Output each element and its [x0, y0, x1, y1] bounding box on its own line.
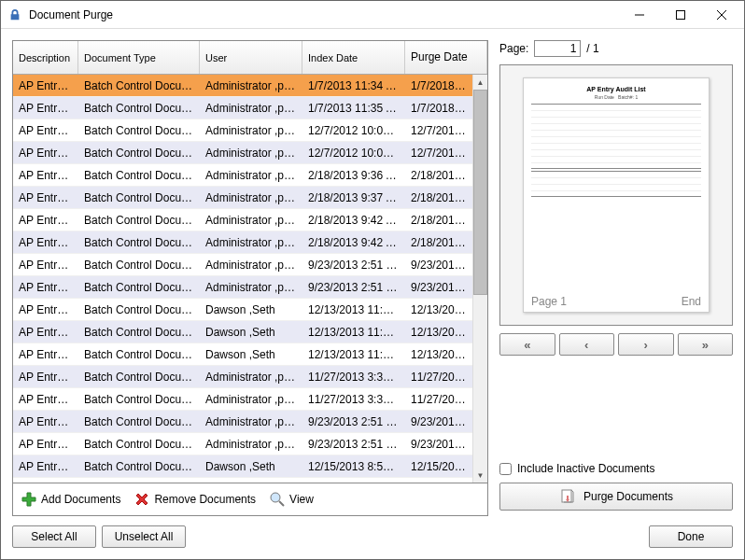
include-inactive-label: Include Inactive Documents [517, 462, 654, 475]
table-cell: Batch Control Document [78, 124, 200, 137]
select-all-button[interactable]: Select All [12, 525, 96, 548]
table-row[interactable]: AP Entry -...Batch Control DocumentAdmin… [13, 254, 472, 276]
table-row[interactable]: AP Entry -...Batch Control DocumentAdmin… [13, 97, 472, 119]
column-purge-date[interactable]: Purge Date [405, 41, 487, 74]
table-cell: 12/7/2017... [405, 147, 472, 160]
scroll-down-icon[interactable]: ▼ [473, 468, 487, 483]
column-index-date[interactable]: Index Date [302, 41, 405, 74]
table-row[interactable]: AP Entry -...Batch Control DocumentAdmin… [13, 142, 472, 164]
include-inactive-checkbox[interactable] [499, 463, 512, 475]
svg-line-5 [279, 501, 284, 506]
table-cell: 12/13/201... [405, 303, 472, 316]
table-cell: 12/15/2013 8:57 PM [302, 460, 405, 473]
table-cell: 9/23/2018... [405, 281, 472, 294]
view-button[interactable]: View [265, 489, 317, 510]
page-input[interactable] [534, 40, 581, 57]
table-cell: 12/13/2013 11:42 AM [302, 326, 405, 339]
table-cell: Batch Control Document [78, 460, 200, 473]
prev-page-button[interactable]: ‹ [559, 333, 615, 356]
vertical-scrollbar[interactable]: ▲ ▼ [472, 75, 487, 483]
table-row[interactable]: AP Entry -...Batch Control DocumentAdmin… [13, 75, 472, 97]
scroll-track[interactable] [473, 295, 487, 468]
titlebar: Document Purge [1, 1, 744, 29]
table-cell: 12/13/201... [405, 348, 472, 361]
window-title: Document Purge [29, 8, 619, 21]
next-page-button[interactable]: › [618, 333, 674, 356]
column-description[interactable]: Description [13, 41, 78, 74]
page-total: / 1 [586, 42, 598, 55]
table-row[interactable]: AP Entry -...Batch Control DocumentAdmin… [13, 388, 472, 411]
table-row[interactable]: AP Entry -...Batch Control DocumentAdmin… [13, 209, 472, 231]
maximize-button[interactable] [660, 2, 701, 28]
table-row[interactable]: AP Entry -...Batch Control DocumentAdmin… [13, 119, 472, 142]
page-label: Page: [499, 42, 528, 55]
close-button[interactable] [701, 2, 742, 28]
unselect-all-button[interactable]: Unselect All [102, 525, 186, 548]
table-cell: 1/7/2013 11:34 AM [302, 79, 405, 92]
minimize-button[interactable] [619, 2, 660, 28]
purge-documents-label: Purge Documents [583, 490, 673, 503]
table-row[interactable]: AP Entry -...Batch Control DocumentDawso… [13, 299, 472, 321]
table-cell: Administrator ,pVault [200, 124, 302, 137]
table-cell: Administrator ,pVault [200, 281, 302, 294]
first-page-button[interactable]: « [499, 333, 555, 356]
scroll-up-icon[interactable]: ▲ [473, 75, 487, 90]
table-cell: 9/23/2018... [405, 259, 472, 272]
remove-documents-button[interactable]: Remove Documents [130, 489, 260, 510]
last-page-button[interactable]: » [678, 333, 734, 356]
table-cell: Batch Control Document [78, 348, 200, 361]
table-cell: 11/27/201... [405, 371, 472, 384]
table-cell: 2/18/2013 9:42 AM [302, 236, 405, 249]
table-row[interactable]: AP Entry -...Batch Control DocumentAdmin… [13, 433, 472, 455]
table-row[interactable]: AP Entry -...Batch Control DocumentAdmin… [13, 411, 472, 433]
table-cell: AP Entry -... [13, 326, 78, 339]
content-area: Description Document Type User Index Dat… [1, 29, 744, 559]
table-row[interactable]: AP Entry -...Batch Control DocumentAdmin… [13, 231, 472, 254]
table-cell: 12/7/2017... [405, 124, 472, 137]
table-toolbar: Add Documents Remove Documents View [12, 483, 488, 516]
svg-point-4 [271, 493, 280, 502]
table-cell: AP Entry -... [13, 79, 78, 92]
add-documents-label: Add Documents [41, 493, 120, 506]
table-row[interactable]: AP Entry -...Batch Control DocumentDawso… [13, 455, 472, 478]
table-cell: AP Entry -... [13, 348, 78, 361]
add-documents-button[interactable]: Add Documents [17, 489, 124, 510]
table-cell: Batch Control Document [78, 79, 200, 92]
table-cell: 9/23/2013 2:51 PM [302, 438, 405, 451]
table-cell: Administrator ,pVault [200, 191, 302, 204]
table-cell: Dawson ,Seth [200, 326, 302, 339]
x-icon [134, 491, 150, 508]
done-button[interactable]: Done [649, 525, 733, 548]
column-user[interactable]: User [200, 41, 302, 74]
table-row[interactable]: AP Entry -...Batch Control DocumentAdmin… [13, 366, 472, 388]
table-cell: Administrator ,pVault [200, 169, 302, 182]
table-row[interactable]: AP Entry -...Batch Control DocumentDawso… [13, 478, 472, 483]
table-cell: 2/18/2013 9:36 AM [302, 169, 405, 182]
table-cell: Administrator ,pVault [200, 147, 302, 160]
table-cell: AP Entry -... [13, 259, 78, 272]
table-cell: Dawson ,Seth [200, 303, 302, 316]
magnifier-icon [269, 491, 286, 508]
table-cell: AP Entry -... [13, 371, 78, 384]
table-cell: 11/27/2013 3:31 PM [302, 393, 405, 406]
table-row[interactable]: AP Entry -...Batch Control DocumentAdmin… [13, 276, 472, 299]
table-cell: Batch Control Document [78, 393, 200, 406]
table-cell: 11/27/2013 3:31 PM [302, 371, 405, 384]
table-cell: Batch Control Document [78, 415, 200, 428]
table-cell: Batch Control Document [78, 169, 200, 182]
document-preview[interactable]: AP Entry Audit List Run Date Batch#: 1 P… [499, 64, 733, 326]
table-row[interactable]: AP Entry -...Batch Control DocumentDawso… [13, 343, 472, 366]
column-document-type[interactable]: Document Type [78, 41, 200, 74]
table-cell: AP Entry -... [13, 147, 78, 160]
purge-documents-button[interactable]: Purge Documents [499, 483, 733, 511]
table-cell: Administrator ,pVault [200, 79, 302, 92]
scroll-thumb[interactable] [473, 90, 487, 295]
table-row[interactable]: AP Entry -...Batch Control DocumentAdmin… [13, 164, 472, 187]
table-row[interactable]: AP Entry -...Batch Control DocumentDawso… [13, 321, 472, 343]
table-cell: 1/7/2013 11:35 AM [302, 102, 405, 115]
table-row[interactable]: AP Entry -...Batch Control DocumentAdmin… [13, 187, 472, 209]
plus-icon [21, 491, 37, 508]
table-cell: Dawson ,Seth [200, 348, 302, 361]
left-pane: Description Document Type User Index Dat… [12, 40, 488, 548]
table-cell: 12/13/2013 11:42 AM [302, 303, 405, 316]
